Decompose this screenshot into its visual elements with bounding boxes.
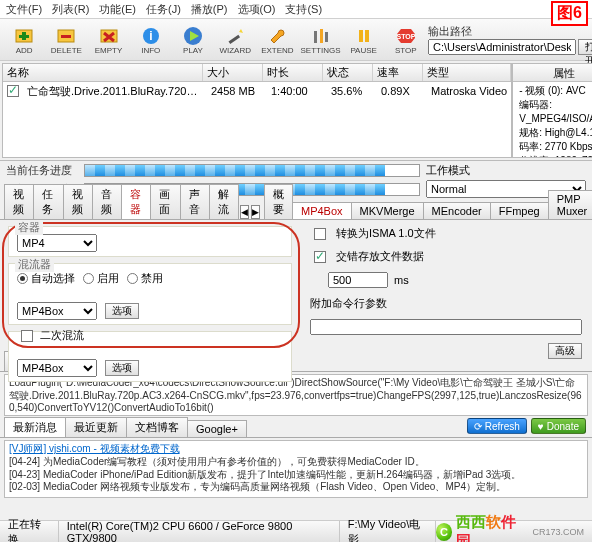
cell-status: 35.6% — [327, 85, 377, 97]
remux-checkbox[interactable]: 二次混流 — [17, 328, 84, 343]
right-tab-2[interactable]: MKVMerge — [351, 202, 424, 219]
news-tab-0[interactable]: 最新消息 — [4, 417, 66, 437]
muxer-select[interactable]: MP4Box — [17, 302, 97, 320]
prop-line: 分辨率: 1280x720 — [519, 154, 592, 157]
pause-icon — [351, 25, 377, 47]
open-folder-button[interactable]: 打开 — [578, 39, 592, 55]
ms-suffix: ms — [394, 274, 409, 286]
right-tab-3[interactable]: MEncoder — [423, 202, 491, 219]
checkbox-icon — [21, 330, 33, 342]
news-line[interactable]: [04-23] MediaCoder iPhone/iPad Edition新版… — [9, 469, 583, 482]
status-path: F:\My Video\电影 — [340, 521, 436, 542]
interleave-checkbox[interactable] — [314, 251, 326, 263]
file-list[interactable]: 名称 大小 时长 状态 速率 类型 亡命驾驶.Drive.2011.BluRay… — [2, 63, 512, 158]
heart-icon: ♥ — [538, 421, 544, 432]
advanced-button[interactable]: 高级 — [548, 343, 582, 359]
output-path-box: 输出路径 打开 — [428, 24, 588, 55]
muxer-radio-auto[interactable]: 自动选择 — [17, 271, 75, 286]
menu-support[interactable]: 支持(S) — [285, 2, 322, 17]
muxer-group: 混流器 自动选择 启用 禁用 MP4Box 选项 — [8, 263, 292, 325]
wizard-button[interactable]: WIZARD — [215, 21, 255, 59]
svg-rect-16 — [365, 30, 369, 42]
play-icon — [180, 25, 206, 47]
news-line[interactable]: [VJ师网] vjshi.com - 视频素材免费下载 — [9, 443, 583, 456]
prop-line: 编码器: V_MPEG4/ISO/AVC — [519, 98, 592, 126]
current-task-bar — [84, 164, 420, 177]
cell-rate: 0.89X — [377, 85, 427, 97]
wrench-icon — [264, 25, 290, 47]
refresh-button[interactable]: ⟳Refresh — [467, 418, 527, 434]
svg-rect-13 — [320, 29, 323, 43]
radio-icon — [17, 273, 28, 284]
pause-label: PAUSE — [350, 47, 377, 55]
menu-task[interactable]: 任务(J) — [146, 2, 181, 17]
tabs-nav-right[interactable]: ▶ — [251, 205, 260, 219]
stop-label: STOP — [395, 47, 417, 55]
menu-function[interactable]: 功能(E) — [99, 2, 136, 17]
menu-file[interactable]: 文件(F) — [6, 2, 42, 17]
interleave-checkbox-label: 交错存放文件数据 — [336, 249, 424, 264]
news-line[interactable]: [02-03] MediaCoder 网络视频专业版发布，专为编码高质量网络视频… — [9, 481, 583, 494]
donate-button[interactable]: ♥Donate — [531, 418, 586, 434]
prop-line: 码率: 2770 Kbps — [519, 140, 592, 154]
empty-label: EMPTY — [95, 47, 123, 55]
col-duration[interactable]: 时长 — [263, 64, 323, 81]
container-pane: 容器 MP4 混流器 自动选择 启用 禁用 MP4Box 选项 二次混流 MP4… — [0, 220, 300, 350]
news-tab-1[interactable]: 最近更新 — [65, 417, 127, 437]
add-button[interactable]: ADD — [4, 21, 44, 59]
col-name[interactable]: 名称 — [3, 64, 203, 81]
settings-button[interactable]: SETTINGS — [300, 21, 342, 59]
container-format-select[interactable]: MP4 — [17, 234, 97, 252]
menu-play[interactable]: 播放(P) — [191, 2, 228, 17]
muxer-radio-enable[interactable]: 启用 — [83, 271, 119, 286]
left-tab-2[interactable]: 视频 — [63, 184, 93, 219]
news-box[interactable]: [VJ师网] vjshi.com - 视频素材免费下载 [04-24] 为Med… — [4, 440, 588, 498]
properties-title: 属性 — [513, 64, 592, 82]
col-size[interactable]: 大小 — [203, 64, 263, 81]
muxer-radio-disable[interactable]: 禁用 — [127, 271, 163, 286]
wand-icon — [222, 25, 248, 47]
right-tab-4[interactable]: FFmpeg — [490, 202, 549, 219]
left-tab-6[interactable]: 声音 — [180, 184, 210, 219]
remux-options-button[interactable]: 选项 — [105, 360, 139, 376]
svg-rect-12 — [314, 31, 317, 43]
settings-label: SETTINGS — [301, 47, 341, 55]
menu-bar: 文件(F) 列表(R) 功能(E) 任务(J) 播放(P) 选项(O) 支持(S… — [0, 0, 592, 19]
info-button[interactable]: i INFO — [131, 21, 171, 59]
left-tab-7[interactable]: 解流 — [209, 184, 239, 219]
radio-icon — [127, 273, 138, 284]
menu-options[interactable]: 选项(O) — [238, 2, 276, 17]
muxer-options-button[interactable]: 选项 — [105, 303, 139, 319]
stop-button[interactable]: STOP STOP — [386, 21, 426, 59]
news-tab-2[interactable]: 文档博客 — [126, 417, 188, 437]
pause-button[interactable]: PAUSE — [344, 21, 384, 59]
output-path-input[interactable] — [428, 39, 576, 55]
news-line[interactable]: [04-24] 为MediaCoder编写教程（须对使用用户有参考价值的），可免… — [9, 456, 583, 469]
delete-button[interactable]: DELETE — [46, 21, 86, 59]
left-tab-5[interactable]: 画面 — [150, 184, 180, 219]
left-tab-4[interactable]: 容器 — [121, 184, 151, 219]
isma-checkbox[interactable] — [314, 228, 326, 240]
col-status[interactable]: 状态 — [323, 64, 373, 81]
left-tab-0[interactable]: 视频 — [4, 184, 34, 219]
col-rate[interactable]: 速率 — [373, 64, 423, 81]
interleave-ms-input[interactable] — [328, 272, 388, 288]
left-tab-3[interactable]: 音频 — [92, 184, 122, 219]
right-tab-5[interactable]: PMP Muxer — [548, 190, 592, 219]
remux-select[interactable]: MP4Box — [17, 359, 97, 377]
menu-list[interactable]: 列表(R) — [52, 2, 89, 17]
figure-label: 图6 — [551, 1, 588, 26]
news-tab-3[interactable]: Google+ — [187, 420, 247, 437]
col-type[interactable]: 类型 — [423, 64, 511, 81]
left-tab-1[interactable]: 任务 — [33, 184, 63, 219]
extra-args-input[interactable] — [310, 319, 582, 335]
right-tab-1[interactable]: MP4Box — [292, 202, 352, 219]
right-tab-0[interactable]: 概要 — [264, 184, 293, 219]
svg-text:STOP: STOP — [396, 33, 415, 40]
extend-button[interactable]: EXTEND — [257, 21, 297, 59]
tabs-nav-left[interactable]: ◀ — [240, 205, 249, 219]
row-checkbox[interactable] — [7, 85, 19, 97]
table-row[interactable]: 亡命驾驶.Drive.2011.BluRay.720p.AC3... 2458 … — [3, 82, 511, 100]
empty-button[interactable]: EMPTY — [88, 21, 128, 59]
play-button[interactable]: PLAY — [173, 21, 213, 59]
